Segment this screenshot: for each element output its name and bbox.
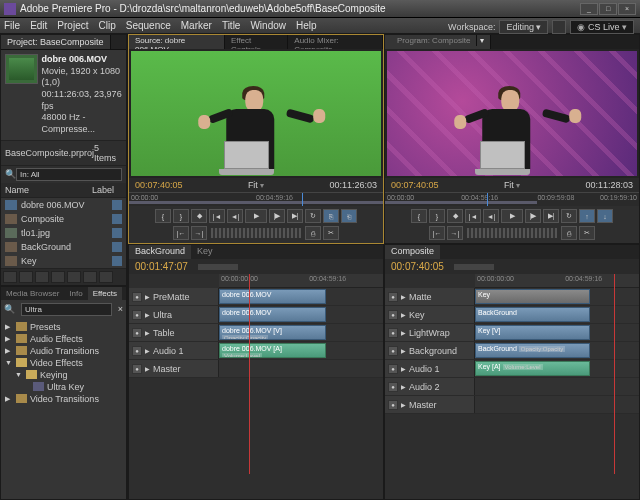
track-toggle[interactable]: ● (388, 364, 398, 374)
track-expand[interactable]: ▶ (401, 347, 406, 354)
menu-marker[interactable]: Marker (181, 20, 212, 31)
effect-folder[interactable]: ▼Keying (5, 369, 122, 381)
menu-clip[interactable]: Clip (98, 20, 115, 31)
tl1-ruler[interactable]: 00:00:00:00 00:04:59:16 (219, 274, 383, 288)
clip[interactable]: Key [A] Volume:Level (475, 361, 590, 376)
track-toggle[interactable]: ● (388, 292, 398, 302)
effect-item[interactable]: Ultra Key (5, 381, 122, 393)
source-tc-in[interactable]: 00:07:40:05 (135, 180, 183, 190)
find-icon2[interactable] (51, 271, 65, 283)
p-extract[interactable]: ↓ (597, 209, 613, 223)
goto-out-button[interactable]: ▶| (287, 209, 303, 223)
mark-in-button[interactable]: { (155, 209, 171, 223)
icon-view-icon[interactable] (19, 271, 33, 283)
clip[interactable]: Key (475, 289, 590, 304)
p-jog[interactable] (467, 228, 557, 238)
track-expand[interactable]: ▶ (401, 383, 406, 390)
export-frame-button[interactable]: ⎙ (305, 226, 321, 240)
track-toggle[interactable]: ● (132, 310, 142, 320)
track-header[interactable]: ●▶Audio 2 (385, 378, 475, 395)
program-fit[interactable]: Fit ▾ (504, 180, 520, 190)
maximize-button[interactable]: □ (599, 3, 617, 15)
overwrite-button[interactable]: ⎗ (341, 209, 357, 223)
step-fwd-button[interactable]: |▶ (269, 209, 285, 223)
source-ruler[interactable]: 00:00:00 00:04:59:16 (129, 192, 383, 206)
set-marker-button[interactable]: ◆ (191, 209, 207, 223)
list-view-icon[interactable] (3, 271, 17, 283)
p-export-frame[interactable]: ⎙ (561, 226, 577, 240)
step-back-button[interactable]: ◄| (227, 209, 243, 223)
track-toggle[interactable]: ● (132, 364, 142, 374)
track-toggle[interactable]: ● (132, 346, 142, 356)
clip[interactable]: BackGround (475, 307, 590, 322)
p-goto-in[interactable]: |◄ (465, 209, 481, 223)
track-header[interactable]: ●▶Key (385, 306, 475, 323)
effect-folder[interactable]: ▼Video Effects (5, 357, 122, 369)
tl2-zoom[interactable] (454, 264, 494, 270)
track-toggle[interactable]: ● (388, 400, 398, 410)
track-toggle[interactable]: ● (132, 292, 142, 302)
track-toggle[interactable]: ● (132, 328, 142, 338)
track-expand[interactable]: ▶ (401, 293, 406, 300)
p-prev-edit[interactable]: |← (429, 226, 445, 240)
insert-button[interactable]: ⎘ (323, 209, 339, 223)
project-filter[interactable]: In: All (16, 168, 122, 181)
jog-wheel[interactable] (211, 228, 301, 238)
play-button[interactable]: ▶ (245, 209, 267, 223)
label-swatch[interactable] (112, 214, 122, 224)
track-header[interactable]: ●▶Master (385, 396, 475, 413)
track-header[interactable]: ●▶PreMatte (129, 288, 219, 305)
mark-out-button[interactable]: } (173, 209, 189, 223)
audio-mixer-tab[interactable]: Audio Mixer: Composite (288, 35, 383, 49)
track-toggle[interactable]: ● (388, 346, 398, 356)
clip[interactable]: dobre 006.MOV [V] Opacity:Opacity (219, 325, 326, 340)
tab-media-browser[interactable]: Media Browser (1, 287, 64, 300)
effect-folder[interactable]: ▶Video Transitions (5, 393, 122, 405)
project-item[interactable]: Composite (1, 212, 126, 226)
track-header[interactable]: ●▶Master (129, 360, 219, 377)
tl2-timecode[interactable]: 00:07:40:05 (391, 261, 444, 272)
label-swatch[interactable] (112, 256, 122, 266)
clip[interactable]: dobre 006.MOV (219, 307, 326, 322)
track-content[interactable] (219, 360, 383, 377)
clip[interactable]: dobre 006.MOV (219, 289, 326, 304)
menu-project[interactable]: Project (57, 20, 88, 31)
menu-edit[interactable]: Edit (30, 20, 47, 31)
tab-info[interactable]: Info (64, 287, 87, 300)
track-header[interactable]: ●▶Audio 1 (385, 360, 475, 377)
loop-button[interactable]: ↻ (305, 209, 321, 223)
tl1-timecode[interactable]: 00:01:47:07 (135, 261, 188, 272)
p-goto-out[interactable]: ▶| (543, 209, 559, 223)
project-tab[interactable]: Project: BaseComposite (1, 35, 111, 49)
trash-icon[interactable] (99, 271, 113, 283)
effect-folder[interactable]: ▶Audio Transitions (5, 345, 122, 357)
close-button[interactable]: × (618, 3, 636, 15)
track-header[interactable]: ●▶LightWrap (385, 324, 475, 341)
project-item[interactable]: tlo1.jpg (1, 226, 126, 240)
source-video[interactable] (131, 51, 381, 176)
track-expand[interactable]: ▶ (145, 365, 150, 372)
p-mark-out[interactable]: } (429, 209, 445, 223)
track-header[interactable]: ●▶Background (385, 342, 475, 359)
menu-file[interactable]: File (4, 20, 20, 31)
automate-icon[interactable] (35, 271, 49, 283)
trim-button[interactable]: ✂ (323, 226, 339, 240)
p-play[interactable]: ▶ (501, 209, 523, 223)
goto-prev-button[interactable]: |← (173, 226, 189, 240)
minimize-button[interactable]: _ (580, 3, 598, 15)
track-header[interactable]: ●▶Table (129, 324, 219, 341)
effects-search[interactable]: Ultra (21, 303, 112, 316)
track-content[interactable]: dobre 006.MOV [V] Opacity:Opacity (219, 324, 383, 341)
p-step-fwd[interactable]: |▶ (525, 209, 541, 223)
track-toggle[interactable]: ● (388, 310, 398, 320)
track-expand[interactable]: ▶ (145, 293, 150, 300)
menu-window[interactable]: Window (250, 20, 286, 31)
track-expand[interactable]: ▶ (145, 329, 150, 336)
new-bin-icon[interactable] (67, 271, 81, 283)
source-fit[interactable]: Fit ▾ (248, 180, 264, 190)
workspace-dropdown[interactable]: Editing ▾ (499, 20, 548, 34)
track-expand[interactable]: ▶ (401, 401, 406, 408)
track-expand[interactable]: ▶ (145, 311, 150, 318)
search-icon[interactable] (552, 20, 566, 34)
clear-search[interactable]: × (115, 304, 126, 314)
